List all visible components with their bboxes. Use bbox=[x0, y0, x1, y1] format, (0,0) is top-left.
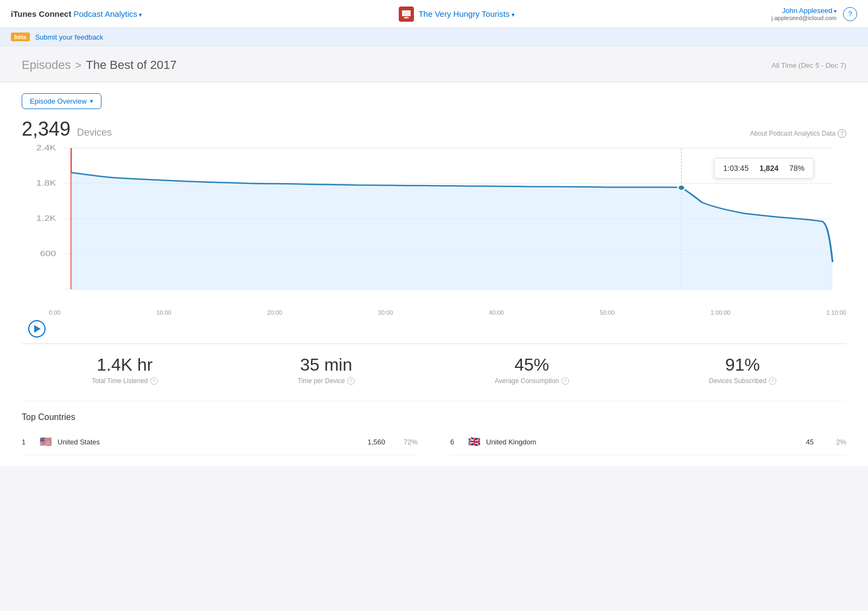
x-label-60: 1:00:00 bbox=[711, 309, 731, 316]
metric-total-time: 1.4K hr Total Time Listened ? bbox=[92, 355, 157, 385]
time-per-device-help-icon[interactable]: ? bbox=[347, 377, 355, 385]
nav-right: John Appleseed j.appleseed@icloud.com ? bbox=[771, 7, 857, 21]
beta-badge: beta bbox=[11, 33, 30, 41]
country-rank-6: 6 bbox=[450, 438, 467, 446]
flag-us: 🇺🇸 bbox=[38, 434, 53, 449]
metric-avg-consumption: 45% Average Consumption ? bbox=[495, 355, 569, 385]
stats-header: 2,349 Devices About Podcast Analytics Da… bbox=[22, 118, 846, 141]
metric-avg-consumption-value: 45% bbox=[495, 355, 569, 375]
country-row-uk: 6 🇬🇧 United Kingdom 45 2% bbox=[450, 429, 846, 455]
total-time-help-icon[interactable]: ? bbox=[150, 377, 158, 385]
country-pct-uk: 2% bbox=[814, 438, 846, 446]
flag-uk: 🇬🇧 bbox=[467, 434, 482, 449]
svg-text:2.4K: 2.4K bbox=[36, 144, 56, 152]
top-countries-title: Top Countries bbox=[22, 402, 846, 429]
help-button[interactable]: ? bbox=[843, 7, 857, 21]
play-button[interactable] bbox=[28, 320, 46, 338]
svg-text:1.2K: 1.2K bbox=[36, 214, 56, 222]
svg-rect-0 bbox=[402, 10, 411, 16]
svg-marker-15 bbox=[34, 325, 41, 333]
country-row-right: 6 🇬🇧 United Kingdom 45 2% bbox=[450, 429, 846, 455]
svg-text:600: 600 bbox=[40, 250, 56, 258]
devices-count: 2,349 bbox=[22, 118, 71, 140]
x-label-40: 40:00 bbox=[489, 309, 504, 316]
x-label-70: 1:10:00 bbox=[826, 309, 846, 316]
devices-stat: 2,349 Devices bbox=[22, 118, 112, 141]
x-label-20: 20:00 bbox=[267, 309, 283, 316]
feedback-link[interactable]: Submit your feedback bbox=[35, 33, 104, 41]
podcast-analytics-link[interactable]: Podcast Analytics bbox=[73, 9, 142, 18]
nav-center: The Very Hungry Tourists bbox=[142, 7, 771, 22]
metric-time-per-device: 35 min Time per Device ? bbox=[298, 355, 355, 385]
breadcrumb-bar: Episodes > The Best of 2017 All Time (De… bbox=[0, 46, 868, 82]
chart-x-axis: 0:00 10:00 20:00 30:00 40:00 50:00 1:00:… bbox=[22, 307, 846, 316]
metrics-row: 1.4K hr Total Time Listened ? 35 min Tim… bbox=[22, 344, 846, 402]
metric-total-time-label: Total Time Listened ? bbox=[92, 377, 157, 385]
svg-point-14 bbox=[678, 185, 685, 190]
chart-tooltip: 1:03:45 1,824 78% bbox=[714, 158, 814, 179]
tooltip-time: 1:03:45 bbox=[723, 164, 749, 173]
podcast-logo bbox=[399, 7, 414, 22]
user-info: John Appleseed j.appleseed@icloud.com bbox=[771, 7, 837, 21]
x-label-50: 50:00 bbox=[599, 309, 615, 316]
user-name[interactable]: John Appleseed bbox=[771, 7, 837, 15]
x-label-0: 0:00 bbox=[49, 309, 60, 316]
x-label-10: 10:00 bbox=[156, 309, 171, 316]
top-nav: iTunes Connect Podcast Analytics The Ver… bbox=[0, 0, 868, 28]
devices-label: Devices bbox=[77, 127, 112, 138]
nav-left: iTunes Connect Podcast Analytics bbox=[11, 9, 142, 18]
breadcrumb-separator: > bbox=[75, 59, 82, 72]
devices-subscribed-help-icon[interactable]: ? bbox=[769, 377, 776, 385]
beta-bar: beta Submit your feedback bbox=[0, 28, 868, 46]
svg-text:1.8K: 1.8K bbox=[36, 179, 56, 187]
country-name-us: United States bbox=[58, 438, 342, 446]
country-count-us: 1,560 bbox=[342, 438, 385, 446]
metric-time-per-device-value: 35 min bbox=[298, 355, 355, 375]
countries-grid: 1 🇺🇸 United States 1,560 72% 6 🇬🇧 United… bbox=[22, 429, 846, 455]
metric-devices-subscribed: 91% Devices Subscribed ? bbox=[709, 355, 776, 385]
metric-devices-subscribed-value: 91% bbox=[709, 355, 776, 375]
main-content: Episode Overview 2,349 Devices About Pod… bbox=[0, 82, 868, 466]
tooltip-pct: 78% bbox=[789, 164, 805, 173]
country-row-left: 1 🇺🇸 United States 1,560 72% bbox=[22, 429, 418, 455]
breadcrumb-current: The Best of 2017 bbox=[86, 58, 177, 72]
tooltip-count: 1,824 bbox=[760, 164, 778, 173]
metric-total-time-value: 1.4K hr bbox=[92, 355, 157, 375]
country-rank-1: 1 bbox=[22, 438, 38, 446]
x-label-30: 30:00 bbox=[378, 309, 393, 316]
about-data-label: About Podcast Analytics Data bbox=[750, 130, 835, 137]
country-name-uk: United Kingdom bbox=[486, 438, 770, 446]
chart-container: 1:03:45 1,824 78% 2.4K 1.8K 1.2K 600 bbox=[22, 143, 846, 327]
metric-devices-subscribed-label: Devices Subscribed ? bbox=[709, 377, 776, 385]
breadcrumb: Episodes > The Best of 2017 bbox=[22, 58, 177, 72]
metric-avg-consumption-label: Average Consumption ? bbox=[495, 377, 569, 385]
about-data: About Podcast Analytics Data ? bbox=[750, 129, 846, 138]
metric-time-per-device-label: Time per Device ? bbox=[298, 377, 355, 385]
country-pct-us: 72% bbox=[385, 438, 418, 446]
itunes-connect-label: iTunes Connect bbox=[11, 9, 71, 18]
user-email: j.appleseed@icloud.com bbox=[771, 15, 837, 21]
episode-overview-dropdown[interactable]: Episode Overview bbox=[22, 93, 101, 109]
about-data-help-icon[interactable]: ? bbox=[838, 129, 846, 138]
avg-consumption-help-icon[interactable]: ? bbox=[561, 377, 569, 385]
date-range: All Time (Dec 5 - Dec 7) bbox=[771, 61, 846, 69]
country-count-uk: 45 bbox=[770, 438, 814, 446]
breadcrumb-parent[interactable]: Episodes bbox=[22, 58, 71, 72]
country-row-us: 1 🇺🇸 United States 1,560 72% bbox=[22, 429, 418, 455]
podcast-name[interactable]: The Very Hungry Tourists bbox=[418, 9, 514, 18]
play-button-row bbox=[22, 320, 846, 338]
